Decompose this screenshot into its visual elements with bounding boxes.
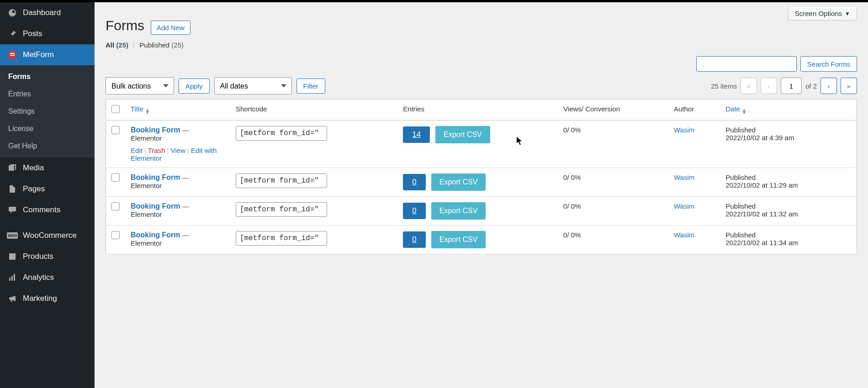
pagination-next[interactable]: › xyxy=(820,78,837,94)
filter-button[interactable]: Filter xyxy=(296,79,325,94)
screen-options-button[interactable]: Screen Options ▼ xyxy=(788,7,857,21)
sidebar-label-metform: MetForm xyxy=(23,50,54,59)
products-icon xyxy=(7,252,17,262)
builder-label: Elementor xyxy=(131,210,162,218)
form-title-link[interactable]: Booking Form xyxy=(131,173,180,181)
admin-sidebar: Dashboard Posts MetForm Forms Entries Se… xyxy=(0,2,95,388)
views-cell: 0/ 0% xyxy=(558,121,668,168)
pages-icon xyxy=(7,184,17,194)
pin-icon xyxy=(7,29,17,39)
export-csv-button[interactable]: Export CSV xyxy=(431,202,486,220)
select-all-checkbox[interactable] xyxy=(111,105,120,113)
views-cell: 0/ 0% xyxy=(558,168,668,197)
sort-icon: ▲▼ xyxy=(742,109,746,114)
sort-icon: ▲▼ xyxy=(145,109,150,114)
sidebar-item-comments[interactable]: Comments xyxy=(0,199,95,220)
table-row: Booking Form —Elementor0Export CSV0/ 0%W… xyxy=(106,197,857,225)
form-title-link[interactable]: Booking Form xyxy=(131,126,180,134)
submenu-item-settings[interactable]: Settings xyxy=(0,103,95,120)
submenu-item-entries[interactable]: Entries xyxy=(0,85,95,103)
sidebar-label-comments: Comments xyxy=(23,205,60,215)
filter-published-count: (25) xyxy=(171,41,184,49)
form-title-link[interactable]: Booking Form xyxy=(131,202,180,210)
builder-label: Elementor xyxy=(131,134,162,142)
table-row: Booking Form —Elementor0Export CSV0/ 0%W… xyxy=(106,168,857,197)
sidebar-item-dashboard[interactable]: Dashboard xyxy=(0,2,95,23)
column-date[interactable]: Date▲▼ xyxy=(720,100,857,121)
analytics-icon xyxy=(7,273,17,283)
media-icon xyxy=(7,163,17,173)
row-action-edit[interactable]: Edit xyxy=(131,147,143,154)
screen-options-label: Screen Options xyxy=(795,10,842,17)
author-link[interactable]: Wasim xyxy=(674,202,694,210)
date-cell: Published2022/10/02 at 11:34 am xyxy=(720,225,857,254)
sidebar-label-posts: Posts xyxy=(23,29,42,38)
pagination-prev[interactable]: ‹ xyxy=(761,78,777,94)
author-link[interactable]: Wasim xyxy=(674,231,694,239)
status-filters: All (25) | Published (25) xyxy=(106,41,857,49)
metform-icon xyxy=(7,50,17,60)
shortcode-input[interactable] xyxy=(236,173,327,188)
entries-count[interactable]: 0 xyxy=(403,203,425,219)
search-input[interactable] xyxy=(696,56,797,72)
row-checkbox[interactable] xyxy=(111,126,120,134)
svg-rect-3 xyxy=(9,278,11,281)
sidebar-item-products[interactable]: Products xyxy=(0,246,95,267)
column-entries: Entries xyxy=(397,100,558,121)
row-action-trash[interactable]: Trash xyxy=(148,147,165,154)
filter-published-label[interactable]: Published xyxy=(139,41,169,49)
date-cell: Published2022/10/02 at 11:32 am xyxy=(720,197,857,225)
sidebar-item-media[interactable]: Media xyxy=(0,157,95,178)
builder-label: Elementor xyxy=(131,239,162,247)
row-checkbox[interactable] xyxy=(111,173,120,182)
row-checkbox[interactable] xyxy=(111,231,120,239)
export-csv-button[interactable]: Export CSV xyxy=(431,231,486,248)
apply-button[interactable]: Apply xyxy=(179,79,210,94)
author-link[interactable]: Wasim xyxy=(674,173,694,181)
bulk-actions-select[interactable]: Bulk actions xyxy=(106,77,174,94)
add-new-button[interactable]: Add New xyxy=(151,21,191,35)
submenu-item-forms[interactable]: Forms xyxy=(0,68,95,85)
date-filter-select[interactable]: All dates xyxy=(214,77,292,94)
submenu-item-gethelp[interactable]: Get Help xyxy=(0,137,95,155)
table-row: Booking Form —Elementor0Export CSV0/ 0%W… xyxy=(106,225,857,254)
pagination-last[interactable]: » xyxy=(841,78,857,94)
entries-count[interactable]: 0 xyxy=(403,231,425,248)
row-checkbox[interactable] xyxy=(111,202,120,210)
export-csv-button[interactable]: Export CSV xyxy=(431,173,486,191)
sidebar-item-pages[interactable]: Pages xyxy=(0,178,95,199)
pagination-first[interactable]: « xyxy=(741,78,757,94)
search-forms-button[interactable]: Search Forms xyxy=(800,56,857,72)
column-shortcode: Shortcode xyxy=(230,100,397,121)
row-action-view[interactable]: View xyxy=(170,147,185,154)
sidebar-item-posts[interactable]: Posts xyxy=(0,23,95,44)
submenu-item-license[interactable]: License xyxy=(0,120,95,137)
sidebar-label-products: Products xyxy=(23,252,53,261)
sidebar-item-metform[interactable]: MetForm xyxy=(0,44,95,65)
shortcode-input[interactable] xyxy=(236,126,327,141)
column-title[interactable]: Title▲▼ xyxy=(125,100,230,121)
column-author: Author xyxy=(668,100,720,121)
dashboard-icon xyxy=(7,8,17,18)
entries-count[interactable]: 0 xyxy=(403,174,425,190)
form-title-link[interactable]: Booking Form xyxy=(131,231,180,239)
pagination-items: 25 items xyxy=(711,82,737,90)
filter-all-label[interactable]: All xyxy=(106,41,114,49)
filter-all-count: (25) xyxy=(116,41,128,49)
sidebar-item-marketing[interactable]: Marketing xyxy=(0,288,95,309)
views-cell: 0/ 0% xyxy=(558,197,668,225)
metform-submenu: Forms Entries Settings License Get Help xyxy=(0,65,95,157)
woocommerce-icon: woo xyxy=(7,231,17,241)
author-link[interactable]: Wasim xyxy=(674,126,694,134)
shortcode-input[interactable] xyxy=(236,202,327,217)
shortcode-input[interactable] xyxy=(236,231,327,246)
date-cell: Published2022/10/02 at 11:29 am xyxy=(720,168,857,197)
entries-count[interactable]: 14 xyxy=(403,126,430,143)
svg-rect-2 xyxy=(9,253,16,255)
sidebar-item-analytics[interactable]: Analytics xyxy=(0,267,95,288)
sidebar-label-media: Media xyxy=(23,163,44,173)
export-csv-button[interactable]: Export CSV xyxy=(435,126,490,143)
pagination-current[interactable] xyxy=(781,78,802,94)
sidebar-label-woocommerce: WooCommerce xyxy=(23,231,77,240)
sidebar-item-woocommerce[interactable]: woo WooCommerce xyxy=(0,225,95,246)
